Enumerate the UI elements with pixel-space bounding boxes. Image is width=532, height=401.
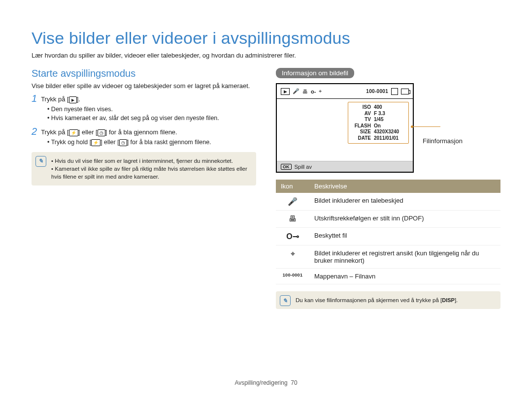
table-row: 🎤Bildet inkluderer en talebeskjed [276, 193, 500, 211]
info-val: 400 [374, 104, 405, 111]
battery-icon [401, 89, 409, 94]
footer-page: 70 [291, 379, 297, 386]
step-2-sub-pre: Trykk og hold [ [51, 139, 92, 146]
print-icon: 🖶 [276, 211, 309, 228]
table-row: O⊸Beskyttet fil [276, 228, 500, 246]
step-1-bullets: Den nyeste filen vises. Hvis kameraet er… [47, 105, 256, 123]
callout-label: Filinformasjon [423, 137, 463, 145]
page-intro: Lær hvordan du spiller av bilder, videoe… [32, 52, 500, 59]
face-icon: ⌖ [319, 88, 322, 94]
page-footer: Avspilling/redigering 70 [0, 379, 532, 386]
note-2: Kameraet vil ikke spille av filer på rik… [51, 165, 249, 181]
info-val: 1/45 [374, 117, 405, 123]
lcd-info-card: ISO400AVF 3.3TV1/45FLASHOnSIZE4320X3240D… [348, 102, 409, 144]
info-key: DATE [351, 135, 371, 142]
lock-icon: O⊸ [276, 228, 309, 246]
note-box: ✎ Hvis du vil vise filer som er lagret i… [32, 152, 256, 185]
note-1: Hvis du vil vise filer som er lagret i i… [51, 157, 249, 165]
table-desc: Utskriftsrekkefølgen er stilt inn (DPOF) [309, 211, 500, 228]
right-column: Informasjon om bildefil ▶ 🎤 🖶 o- ⌖ 100-0… [276, 68, 500, 309]
info-row: SIZE4320X3240 [351, 129, 405, 135]
play-icon [69, 96, 77, 103]
voice-icon: 🎤 [276, 193, 309, 211]
page-title: Vise bilder eller videoer i avspillingsm… [32, 29, 500, 48]
tip-post: ]. [455, 297, 458, 303]
info-val: F 3.3 [374, 111, 405, 117]
info-row: ISO400 [351, 104, 405, 111]
th-icon: Ikon [276, 180, 309, 193]
table-row: 🖶Utskriftsrekkefølgen er stilt inn (DPOF… [276, 211, 500, 228]
print-icon: 🖶 [302, 89, 308, 94]
info-row: DATE2011/01/01 [351, 135, 405, 142]
table-desc: Bildet inkluderer et registrert ansikt (… [309, 246, 500, 269]
info-key: AV [351, 111, 371, 117]
disp-tag: DISP [442, 297, 455, 303]
face-icon: ⌖ [276, 246, 309, 269]
info-key: ISO [351, 104, 371, 111]
info-row: AVF 3.3 [351, 111, 405, 117]
step-2-mid: ] eller [ [78, 128, 98, 136]
table-desc: Beskyttet fil [309, 228, 500, 246]
info-key: SIZE [351, 129, 371, 135]
callout-line [413, 126, 440, 127]
lock-icon: o- [311, 89, 316, 94]
lcd-preview-wrapper: ▶ 🎤 🖶 o- ⌖ 100-0001 ISO400AVF 3.3TV1/45F… [276, 83, 500, 173]
step-2-sub-mid: ] eller [ [100, 139, 119, 146]
step-1: 1 Trykk på []. [32, 93, 256, 103]
table-row: ⌖Bildet inkluderer et registrert ansikt … [276, 246, 500, 269]
lcd-preview: ▶ 🎤 🖶 o- ⌖ 100-0001 ISO400AVF 3.3TV1/45F… [276, 83, 414, 173]
icon-table: Ikon Beskrivelse 🎤Bildet inkluderer en t… [276, 180, 500, 284]
step-2-text: Trykk på [] eller [] for å bla gjennom f… [41, 128, 177, 136]
table-desc: Mappenavn – Filnavn [309, 269, 500, 284]
flash-icon [69, 129, 78, 136]
lcd-filenum: 100-0001 [366, 89, 388, 94]
table-row: 100-0001Mappenavn – Filnavn [276, 269, 500, 284]
timer-icon [119, 139, 127, 146]
step-2: 2 Trykk på [] eller [] for å bla gjennom… [32, 126, 256, 136]
tip-box: ✎ Du kan vise filinformasjonen på skjerm… [276, 291, 500, 309]
info-row: FLASHOn [351, 123, 405, 129]
info-val: 2011/01/01 [374, 135, 405, 142]
info-val: 4320X3240 [374, 129, 405, 135]
info-row: TV1/45 [351, 117, 405, 123]
step-2-bullets: Trykk og hold [] eller [] for å bla rask… [47, 138, 256, 147]
play-mode-icon: ▶ [281, 88, 290, 95]
section-label: Informasjon om bildefil [276, 68, 354, 78]
info-key: FLASH [351, 123, 371, 129]
step-1-pre: Trykk på [ [41, 95, 69, 103]
step-1-b1: Den nyeste filen vises. [47, 105, 256, 114]
filenum-icon: 100-0001 [276, 269, 309, 284]
flash-icon [91, 139, 100, 146]
footer-section: Avspilling/redigering [234, 379, 287, 386]
step-2-sub-post: ] for å bla raskt gjennom filene. [127, 139, 211, 146]
info-val: On [374, 123, 405, 129]
voice-icon: 🎤 [293, 88, 299, 94]
section-heading: Starte avspillingsmodus [32, 68, 256, 79]
step-1-post: ]. [77, 95, 80, 103]
timer-icon [98, 129, 105, 136]
step-2-post: ] for å bla gjennom filene. [105, 128, 177, 136]
step-1-b2: Hvis kameraet er av, slår det seg på og … [47, 114, 256, 123]
lcd-bottombar: OK Spill av [277, 161, 413, 172]
step-2-pre: Trykk på [ [41, 128, 69, 136]
left-column: Starte avspillingsmodus Vise bilder elle… [32, 68, 256, 309]
step-number: 2 [32, 126, 37, 136]
step-2-sub: Trykk og hold [] eller [] for å bla rask… [47, 138, 256, 147]
info-key: TV [351, 117, 371, 123]
card-icon [391, 88, 398, 95]
step-1-text: Trykk på []. [41, 95, 80, 103]
note-icon: ✎ [280, 295, 291, 306]
section-intro: Vise bilder eller spille av videoer og t… [32, 82, 256, 90]
lcd-topbar: ▶ 🎤 🖶 o- ⌖ 100-0001 [277, 84, 413, 99]
note-icon: ✎ [35, 156, 46, 167]
tip-pre: Du kan vise filinformasjonen på skjermen… [296, 297, 442, 303]
th-desc: Beskrivelse [309, 180, 500, 193]
ok-icon: OK [281, 164, 292, 170]
table-desc: Bildet inkluderer en talebeskjed [309, 193, 500, 211]
step-number: 1 [32, 93, 37, 103]
lcd-play-label: Spill av [295, 164, 312, 170]
